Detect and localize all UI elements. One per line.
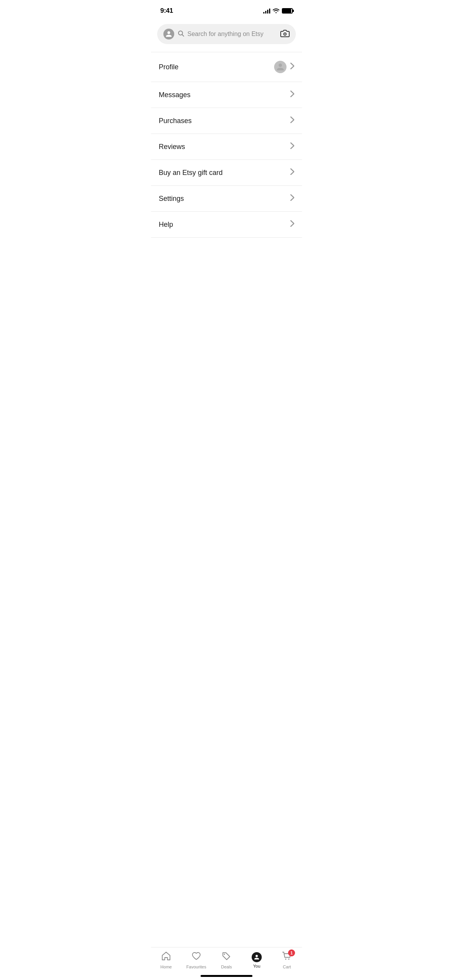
chevron-icon-settings xyxy=(290,194,294,203)
menu-item-settings[interactable]: Settings xyxy=(151,186,302,212)
chevron-icon-reviews xyxy=(290,142,294,151)
menu-item-profile[interactable]: Profile xyxy=(151,52,302,82)
chevron-icon-purchases xyxy=(290,117,294,125)
search-container: Search for anything on Etsy xyxy=(151,19,302,52)
menu-item-gift-card[interactable]: Buy an Etsy gift card xyxy=(151,160,302,186)
chevron-icon-messages xyxy=(290,91,294,99)
menu-list: Profile Messages xyxy=(151,52,302,238)
menu-label-reviews: Reviews xyxy=(159,143,185,151)
status-bar: 9:41 xyxy=(151,0,302,19)
menu-label-help: Help xyxy=(159,221,173,229)
battery-icon xyxy=(282,8,293,14)
menu-item-purchases[interactable]: Purchases xyxy=(151,108,302,134)
chevron-icon-help xyxy=(290,220,294,229)
status-icons xyxy=(263,8,293,14)
menu-label-profile: Profile xyxy=(159,63,178,71)
wifi-icon xyxy=(273,8,280,14)
svg-point-2 xyxy=(284,33,286,35)
menu-label-messages: Messages xyxy=(159,91,190,99)
search-input[interactable]: Search for anything on Etsy xyxy=(187,31,277,38)
chevron-icon-profile xyxy=(290,63,294,71)
menu-item-messages[interactable]: Messages xyxy=(151,82,302,108)
svg-line-1 xyxy=(182,34,184,36)
chevron-icon-gift-card xyxy=(290,168,294,177)
search-bar[interactable]: Search for anything on Etsy xyxy=(157,24,296,44)
menu-item-help[interactable]: Help xyxy=(151,212,302,238)
menu-label-settings: Settings xyxy=(159,195,184,203)
menu-item-reviews[interactable]: Reviews xyxy=(151,134,302,160)
menu-label-gift-card: Buy an Etsy gift card xyxy=(159,169,223,177)
menu-label-purchases: Purchases xyxy=(159,117,192,125)
profile-avatar xyxy=(274,61,287,73)
signal-icon xyxy=(263,8,270,14)
camera-icon[interactable] xyxy=(280,29,290,39)
search-icon xyxy=(177,30,184,39)
status-time: 9:41 xyxy=(160,7,173,15)
user-avatar-small xyxy=(163,29,174,39)
